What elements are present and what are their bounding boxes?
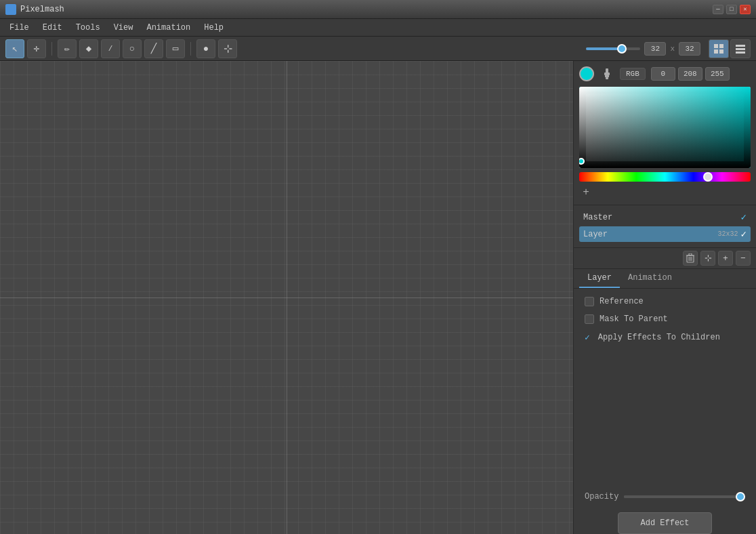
canvas-vertical-line bbox=[287, 61, 287, 534]
gradient-bg bbox=[579, 87, 751, 168]
color-header: RGB 0 208 255 bbox=[579, 66, 751, 81]
svg-rect-5 bbox=[736, 48, 745, 50]
color-gradient-picker[interactable] bbox=[579, 87, 751, 168]
pencil-tool[interactable]: ✏ bbox=[58, 39, 77, 58]
delete-layer-button[interactable] bbox=[683, 251, 698, 266]
master-layer-item[interactable]: Master ✓ bbox=[579, 209, 751, 225]
minimize-button[interactable]: ─ bbox=[713, 5, 723, 14]
grid-view-button[interactable] bbox=[709, 39, 729, 58]
reference-row: Reference bbox=[585, 297, 745, 306]
color-section: RGB 0 208 255 bbox=[574, 61, 756, 205]
remove-layer-button[interactable]: − bbox=[736, 251, 751, 266]
size-slider-fill bbox=[586, 47, 620, 50]
opacity-slider-thumb bbox=[736, 492, 745, 501]
menu-view[interactable]: View bbox=[107, 21, 140, 35]
svg-rect-16 bbox=[689, 253, 692, 255]
svg-rect-4 bbox=[736, 45, 745, 47]
move-tool[interactable]: ✛ bbox=[27, 39, 46, 58]
maximize-button[interactable]: □ bbox=[726, 5, 737, 14]
hue-spectrum-slider[interactable] bbox=[579, 172, 751, 182]
fill-tool[interactable]: ◆ bbox=[79, 39, 98, 58]
canvas-area[interactable] bbox=[0, 61, 573, 534]
menu-help[interactable]: Help bbox=[197, 21, 230, 35]
view-toggle-group bbox=[709, 39, 751, 58]
svg-rect-9 bbox=[605, 75, 609, 77]
circle-tool[interactable]: ● bbox=[196, 39, 215, 58]
apply-effects-checkmark: ✓ bbox=[585, 332, 590, 343]
color-b-value[interactable]: 255 bbox=[705, 67, 730, 81]
master-layer-label: Master bbox=[583, 213, 741, 222]
reference-label: Reference bbox=[600, 297, 644, 306]
eyedropper-button[interactable] bbox=[600, 66, 614, 81]
layer-label: Layer bbox=[583, 230, 718, 239]
transform-tool[interactable]: ⊹ bbox=[218, 39, 237, 58]
tab-animation[interactable]: Animation bbox=[620, 269, 680, 288]
rect-tool[interactable]: ▭ bbox=[166, 39, 185, 58]
svg-rect-2 bbox=[714, 49, 718, 54]
size-slider[interactable] bbox=[586, 47, 640, 50]
apply-effects-label: Apply Effects To Children bbox=[598, 333, 720, 342]
menu-file[interactable]: File bbox=[3, 21, 36, 35]
reference-checkbox[interactable] bbox=[585, 297, 594, 306]
tab-layer[interactable]: Layer bbox=[579, 269, 620, 288]
eraser-tool[interactable]: ○ bbox=[123, 39, 142, 58]
app-icon bbox=[5, 4, 16, 15]
svg-rect-1 bbox=[719, 44, 723, 48]
layer-visibility-check: ✓ bbox=[741, 228, 747, 240]
menu-tools[interactable]: Tools bbox=[69, 21, 107, 35]
layers-section: Master ✓ Layer 32x32 ✓ bbox=[574, 205, 756, 248]
right-panel: RGB 0 208 255 bbox=[573, 61, 756, 534]
add-effect-area: Add Effect bbox=[574, 512, 756, 534]
svg-rect-6 bbox=[736, 52, 745, 54]
properties-content: Reference Mask To Parent ✓ Apply Effects… bbox=[574, 289, 756, 492]
color-g-value[interactable]: 208 bbox=[678, 67, 702, 81]
layer-toolbar: ⊹ + − bbox=[574, 248, 756, 269]
properties-tabs: Layer Animation bbox=[574, 269, 756, 289]
svg-rect-3 bbox=[719, 49, 723, 54]
layer-item[interactable]: Layer 32x32 ✓ bbox=[579, 226, 751, 242]
size-width-value[interactable]: 32 bbox=[644, 42, 666, 56]
line-tool[interactable]: / bbox=[101, 39, 120, 58]
main-toolbar: ↖ ✛ ✏ ◆ / ○ ╱ ▭ ● ⊹ 32 x 32 bbox=[0, 37, 756, 61]
add-effect-button[interactable]: Add Effect bbox=[618, 512, 711, 534]
list-icon bbox=[736, 44, 745, 54]
color-mode-selector[interactable]: RGB bbox=[620, 68, 646, 80]
svg-rect-13 bbox=[586, 94, 744, 161]
opacity-slider-fill bbox=[624, 495, 745, 498]
brush-tool[interactable]: ╱ bbox=[144, 39, 163, 58]
color-values: 0 208 255 bbox=[651, 67, 751, 81]
svg-rect-8 bbox=[604, 73, 610, 75]
menubar: File Edit Tools View Animation Help bbox=[0, 19, 756, 37]
svg-rect-10 bbox=[606, 77, 608, 79]
menu-edit[interactable]: Edit bbox=[36, 21, 69, 35]
size-separator: x bbox=[670, 45, 675, 53]
layer-size: 32x32 bbox=[718, 230, 738, 238]
size-area: 32 x 32 bbox=[586, 42, 700, 56]
opacity-label: Opacity bbox=[585, 492, 618, 501]
mask-to-parent-label: Mask To Parent bbox=[600, 314, 668, 324]
app-title: Pixelmash bbox=[20, 5, 713, 14]
close-button[interactable]: ✕ bbox=[740, 5, 751, 14]
toolbar-separator-2 bbox=[190, 42, 191, 56]
arrange-layers-button[interactable]: ⊹ bbox=[700, 251, 715, 266]
select-tool[interactable]: ↖ bbox=[5, 39, 24, 58]
mask-to-parent-row: Mask To Parent bbox=[585, 314, 745, 324]
size-slider-thumb bbox=[617, 44, 627, 54]
add-color-button[interactable]: + bbox=[579, 186, 593, 199]
color-r-value[interactable]: 0 bbox=[651, 67, 675, 81]
toolbar-separator-1 bbox=[51, 42, 52, 56]
apply-effects-row: ✓ Apply Effects To Children bbox=[585, 332, 745, 343]
svg-rect-0 bbox=[714, 44, 718, 48]
main-layout: RGB 0 208 255 bbox=[0, 61, 756, 534]
mask-to-parent-checkbox[interactable] bbox=[585, 314, 594, 324]
hue-slider-thumb bbox=[703, 172, 713, 182]
menu-animation[interactable]: Animation bbox=[140, 21, 197, 35]
master-layer-check: ✓ bbox=[741, 211, 747, 223]
add-layer-button[interactable]: + bbox=[718, 251, 733, 266]
opacity-slider[interactable] bbox=[624, 495, 745, 498]
list-view-button[interactable] bbox=[730, 39, 751, 58]
trash-icon bbox=[686, 253, 694, 263]
size-height-value[interactable]: 32 bbox=[679, 42, 700, 56]
opacity-row: Opacity bbox=[574, 492, 756, 501]
color-swatch[interactable] bbox=[579, 66, 594, 81]
